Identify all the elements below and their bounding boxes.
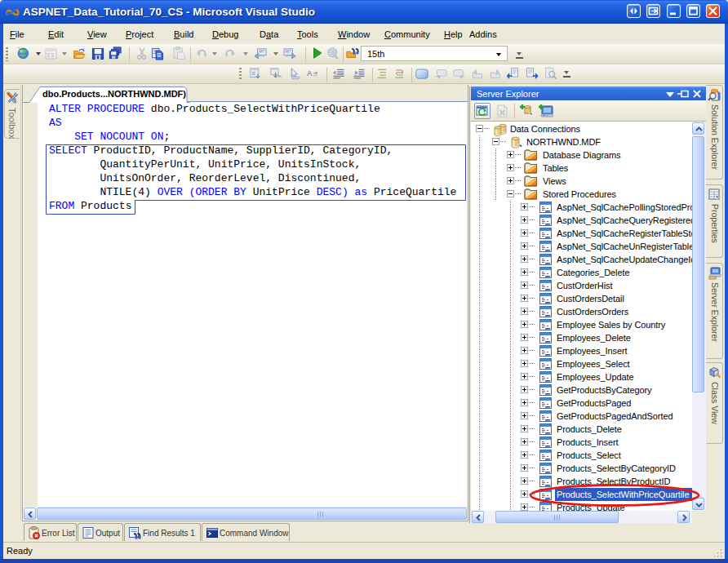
svg-text:A: A <box>307 69 313 78</box>
